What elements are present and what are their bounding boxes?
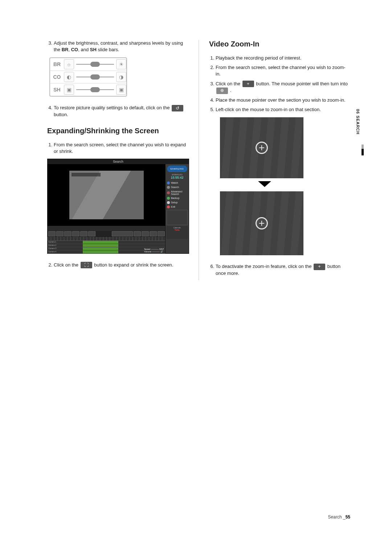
menu-adv-search[interactable]: Advanced Search	[166, 190, 189, 196]
timeline-row-1: Camera 1	[48, 241, 166, 244]
zoom-step-6: To deactivate the zoom-in feature, click…	[216, 263, 350, 277]
contrast-thumb[interactable]	[90, 74, 100, 80]
sharpness-track[interactable]	[76, 89, 114, 90]
search-screenshot: Search Camera 1	[47, 159, 189, 254]
layout-btn-1[interactable]	[48, 231, 56, 236]
zoom-step-2: From the search screen, select the chann…	[216, 64, 350, 77]
layout-btn-6[interactable]	[88, 231, 95, 236]
shot-control-bar	[48, 231, 166, 237]
shot-clock: 2008/01/01 15:55:42	[166, 174, 189, 179]
side-tab: 06 SEARCH	[356, 109, 360, 135]
reset-icon: ↺	[172, 105, 183, 111]
contrast-label: CO	[50, 74, 64, 80]
contrast-low-icon: ◐	[64, 72, 74, 82]
menu-backup[interactable]: Backup	[166, 196, 189, 200]
shot-right-pane: SAMSUNG 2008/01/01 15:55:42 Watch Search…	[165, 164, 189, 253]
shot-calendar: Calendar Today	[167, 226, 188, 239]
zoom-step-4: Place the mouse pointer over the section…	[216, 97, 350, 103]
layout-btn-4[interactable]	[72, 231, 79, 236]
shot-video-area	[48, 164, 166, 226]
contrast-track[interactable]	[76, 77, 114, 77]
go-btn[interactable]	[134, 231, 141, 236]
layout-btn-5[interactable]	[80, 231, 87, 236]
shot-logo: SAMSUNG	[167, 166, 187, 172]
expand-step-1: From the search screen, select the chann…	[54, 142, 188, 155]
quality-sliders: BR ☼ ☀ CO ◐ ◑ SH ▣ ▣	[49, 57, 127, 97]
zoom-step-3: Click on the + button. The mouse pointer…	[216, 81, 350, 94]
sharpness-slider[interactable]: SH ▣ ▣	[50, 83, 126, 96]
zoom-plus-icon-2: +	[314, 264, 325, 270]
layout-btn-3[interactable]	[64, 231, 72, 236]
magnifier-overlay-icon-2	[256, 217, 268, 229]
magnifier-overlay-icon	[256, 142, 268, 154]
column-divider	[199, 40, 199, 280]
menu-exit[interactable]: Exit	[166, 205, 189, 209]
refresh-btn[interactable]	[158, 231, 165, 236]
zoom-step-1: Playback the recording period of interes…	[216, 55, 350, 61]
time-field[interactable]	[112, 231, 133, 236]
expand-step-2: Click on the ⛶ button to expand or shrin…	[54, 262, 188, 269]
zoom-after-image	[220, 191, 303, 255]
co-label: CO	[71, 47, 78, 52]
brightness-high-icon: ☀	[116, 59, 126, 69]
heading-expand-shrink: Expanding/Shrinking the Screen	[47, 127, 188, 135]
brightness-slider[interactable]: BR ☼ ☀	[50, 58, 126, 70]
timeline-row-2: Camera 2	[48, 244, 166, 247]
menu-watch[interactable]: Watch	[166, 181, 189, 185]
sharpness-low-icon: ▣	[64, 85, 74, 95]
expand-btn[interactable]	[150, 231, 157, 236]
shot-timeline: Camera 1 Camera 2 Camera 3 Camera 4 Spee…	[48, 236, 166, 253]
heading-video-zoom: Video Zoom-In	[209, 40, 350, 48]
page-footer: Search _55	[328, 514, 350, 520]
shot-title: Search	[48, 159, 189, 164]
step-3-text-b: slide bars.	[98, 47, 119, 52]
snapshot-btn[interactable]	[142, 231, 149, 236]
step-4: To restore picture quality settings to d…	[54, 105, 188, 118]
zoom-plus-icon: +	[242, 81, 254, 87]
brightness-label: BR	[50, 61, 64, 67]
expand-shrink-icon: ⛶	[81, 262, 92, 268]
brightness-thumb[interactable]	[90, 62, 100, 67]
contrast-slider[interactable]: CO ◐ ◑	[50, 70, 126, 83]
timeline-ruler	[48, 237, 166, 241]
contrast-high-icon: ◑	[116, 72, 126, 82]
brightness-low-icon: ☼	[64, 59, 74, 69]
menu-search[interactable]: Search	[166, 185, 189, 190]
magnifier-cursor-icon: ⊕	[216, 88, 228, 94]
sh-label: SH	[90, 47, 97, 52]
sharpness-label: SH	[50, 87, 64, 93]
step-3: Adjust the brightness, contrast, and sha…	[54, 40, 188, 53]
layout-btn-2[interactable]	[56, 231, 64, 236]
menu-setup[interactable]: Setup	[166, 200, 189, 205]
sharpness-high-icon: ▣	[116, 85, 126, 95]
brightness-track[interactable]	[76, 64, 114, 65]
br-label: BR	[62, 47, 69, 52]
zoom-before-image	[220, 117, 303, 178]
shot-mini-sliders	[167, 210, 188, 225]
shot-video	[69, 171, 144, 219]
sharpness-thumb[interactable]	[90, 87, 100, 92]
zoom-step-5: Left-click on the mouse to zoom-in on th…	[216, 106, 350, 113]
down-arrow-icon	[258, 181, 271, 187]
